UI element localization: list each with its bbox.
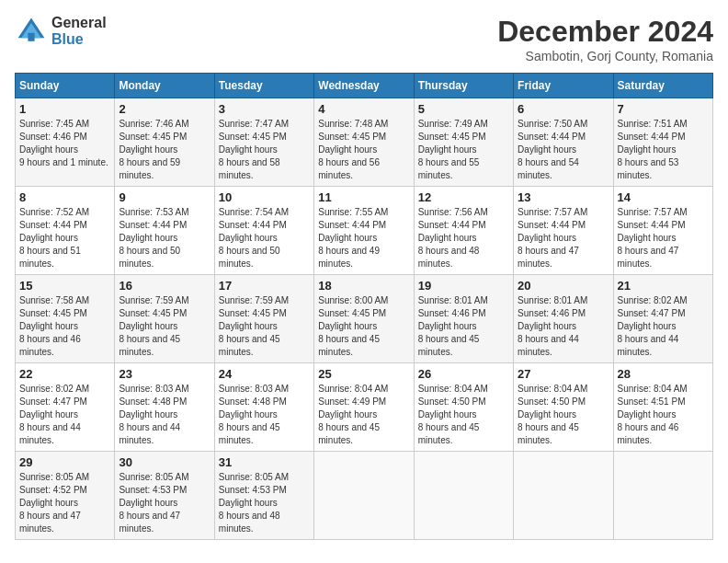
calendar-cell: 10Sunrise: 7:54 AMSunset: 4:44 PMDayligh… [214,187,313,275]
day-info: Sunrise: 7:49 AMSunset: 4:45 PMDaylight … [418,118,509,182]
day-info: Sunrise: 7:57 AMSunset: 4:44 PMDaylight … [518,206,609,270]
calendar-cell: 16Sunrise: 7:59 AMSunset: 4:45 PMDayligh… [115,275,214,363]
day-info: Sunrise: 7:58 AMSunset: 4:45 PMDaylight … [19,294,110,359]
day-number: 22 [19,367,110,381]
calendar-cell: 23Sunrise: 8:03 AMSunset: 4:48 PMDayligh… [115,363,214,452]
day-number: 17 [219,279,310,293]
day-info: Sunrise: 7:51 AMSunset: 4:44 PMDaylight … [618,118,709,182]
day-number: 1 [19,102,110,116]
weekday-header-thursday: Thursday [414,74,513,98]
day-info: Sunrise: 8:01 AMSunset: 4:46 PMDaylight … [518,294,609,359]
day-info: Sunrise: 7:54 AMSunset: 4:44 PMDaylight … [219,206,310,270]
day-number: 10 [219,190,310,204]
day-info: Sunrise: 7:46 AMSunset: 4:45 PMDaylight … [119,118,210,182]
day-number: 2 [119,102,210,116]
svg-rect-3 [28,33,34,41]
calendar-cell [613,452,712,540]
calendar-week-5: 29Sunrise: 8:05 AMSunset: 4:52 PMDayligh… [16,452,713,540]
logo-text: General Blue [51,15,107,47]
day-info: Sunrise: 7:52 AMSunset: 4:44 PMDaylight … [19,206,110,270]
calendar-cell: 22Sunrise: 8:02 AMSunset: 4:47 PMDayligh… [16,363,115,452]
calendar-cell: 26Sunrise: 8:04 AMSunset: 4:50 PMDayligh… [414,363,513,452]
day-info: Sunrise: 7:59 AMSunset: 4:45 PMDaylight … [119,294,210,359]
calendar-cell: 15Sunrise: 7:58 AMSunset: 4:45 PMDayligh… [16,275,115,363]
day-number: 12 [418,190,509,204]
day-number: 25 [318,367,409,381]
day-number: 26 [418,367,509,381]
day-info: Sunrise: 8:02 AMSunset: 4:47 PMDaylight … [19,383,110,447]
calendar-week-3: 15Sunrise: 7:58 AMSunset: 4:45 PMDayligh… [16,275,713,363]
day-info: Sunrise: 7:59 AMSunset: 4:45 PMDaylight … [219,294,310,359]
weekday-row: SundayMondayTuesdayWednesdayThursdayFrid… [16,74,713,98]
day-number: 16 [119,279,210,293]
calendar-cell: 12Sunrise: 7:56 AMSunset: 4:44 PMDayligh… [414,187,513,275]
calendar-cell: 18Sunrise: 8:00 AMSunset: 4:45 PMDayligh… [314,275,414,363]
day-number: 4 [318,102,409,116]
day-number: 31 [219,455,310,469]
page-header: General Blue December 2024 Sambotin, Gor… [15,15,713,63]
day-number: 24 [219,367,310,381]
day-number: 7 [618,102,709,116]
day-number: 6 [518,102,609,116]
calendar-body: 1Sunrise: 7:45 AMSunset: 4:46 PMDaylight… [16,98,713,540]
calendar-cell [514,452,613,540]
day-info: Sunrise: 8:04 AMSunset: 4:50 PMDaylight … [418,383,509,447]
day-info: Sunrise: 8:05 AMSunset: 4:53 PMDaylight … [219,471,310,535]
calendar-cell: 14Sunrise: 7:57 AMSunset: 4:44 PMDayligh… [613,187,712,275]
day-info: Sunrise: 8:01 AMSunset: 4:46 PMDaylight … [418,294,509,359]
calendar-table: SundayMondayTuesdayWednesdayThursdayFrid… [15,73,713,540]
weekday-header-sunday: Sunday [16,74,115,98]
calendar-cell: 9Sunrise: 7:53 AMSunset: 4:44 PMDaylight… [115,187,214,275]
day-info: Sunrise: 7:45 AMSunset: 4:46 PMDaylight … [19,118,110,169]
day-number: 20 [518,279,609,293]
calendar-subtitle: Sambotin, Gorj County, Romania [497,49,713,63]
weekday-header-saturday: Saturday [613,74,712,98]
day-info: Sunrise: 8:03 AMSunset: 4:48 PMDaylight … [119,383,210,447]
calendar-week-1: 1Sunrise: 7:45 AMSunset: 4:46 PMDaylight… [16,98,713,187]
calendar-week-2: 8Sunrise: 7:52 AMSunset: 4:44 PMDaylight… [16,187,713,275]
day-info: Sunrise: 8:04 AMSunset: 4:51 PMDaylight … [618,383,709,447]
calendar-cell: 31Sunrise: 8:05 AMSunset: 4:53 PMDayligh… [214,452,313,540]
day-info: Sunrise: 7:57 AMSunset: 4:44 PMDaylight … [618,206,709,270]
title-block: December 2024 Sambotin, Gorj County, Rom… [497,15,713,63]
day-number: 19 [418,279,509,293]
calendar-cell: 29Sunrise: 8:05 AMSunset: 4:52 PMDayligh… [16,452,115,540]
day-number: 15 [19,279,110,293]
day-info: Sunrise: 8:02 AMSunset: 4:47 PMDaylight … [618,294,709,359]
day-info: Sunrise: 8:05 AMSunset: 4:52 PMDaylight … [19,471,110,535]
day-number: 18 [318,279,409,293]
day-info: Sunrise: 7:48 AMSunset: 4:45 PMDaylight … [318,118,409,182]
day-info: Sunrise: 8:03 AMSunset: 4:48 PMDaylight … [219,383,310,447]
day-number: 5 [418,102,509,116]
logo-line1: General [51,15,107,31]
calendar-cell: 20Sunrise: 8:01 AMSunset: 4:46 PMDayligh… [514,275,613,363]
weekday-header-wednesday: Wednesday [314,74,414,98]
day-number: 8 [19,190,110,204]
calendar-cell: 2Sunrise: 7:46 AMSunset: 4:45 PMDaylight… [115,98,214,187]
day-number: 27 [518,367,609,381]
calendar-cell: 24Sunrise: 8:03 AMSunset: 4:48 PMDayligh… [214,363,313,452]
calendar-cell: 27Sunrise: 8:04 AMSunset: 4:50 PMDayligh… [514,363,613,452]
calendar-cell: 21Sunrise: 8:02 AMSunset: 4:47 PMDayligh… [613,275,712,363]
weekday-header-friday: Friday [514,74,613,98]
day-number: 30 [119,455,210,469]
day-info: Sunrise: 7:53 AMSunset: 4:44 PMDaylight … [119,206,210,270]
calendar-cell: 19Sunrise: 8:01 AMSunset: 4:46 PMDayligh… [414,275,513,363]
calendar-cell: 6Sunrise: 7:50 AMSunset: 4:44 PMDaylight… [514,98,613,187]
day-info: Sunrise: 7:55 AMSunset: 4:44 PMDaylight … [318,206,409,270]
day-number: 13 [518,190,609,204]
calendar-week-4: 22Sunrise: 8:02 AMSunset: 4:47 PMDayligh… [16,363,713,452]
day-number: 23 [119,367,210,381]
logo-line2: Blue [51,31,107,48]
day-number: 29 [19,455,110,469]
calendar-cell: 7Sunrise: 7:51 AMSunset: 4:44 PMDaylight… [613,98,712,187]
calendar-cell: 17Sunrise: 7:59 AMSunset: 4:45 PMDayligh… [214,275,313,363]
calendar-cell: 13Sunrise: 7:57 AMSunset: 4:44 PMDayligh… [514,187,613,275]
day-info: Sunrise: 7:50 AMSunset: 4:44 PMDaylight … [518,118,609,182]
day-info: Sunrise: 8:04 AMSunset: 4:50 PMDaylight … [518,383,609,447]
day-info: Sunrise: 7:56 AMSunset: 4:44 PMDaylight … [418,206,509,270]
day-number: 9 [119,190,210,204]
logo-icon [15,15,48,48]
day-info: Sunrise: 7:47 AMSunset: 4:45 PMDaylight … [219,118,310,182]
calendar-cell: 1Sunrise: 7:45 AMSunset: 4:46 PMDaylight… [16,98,115,187]
